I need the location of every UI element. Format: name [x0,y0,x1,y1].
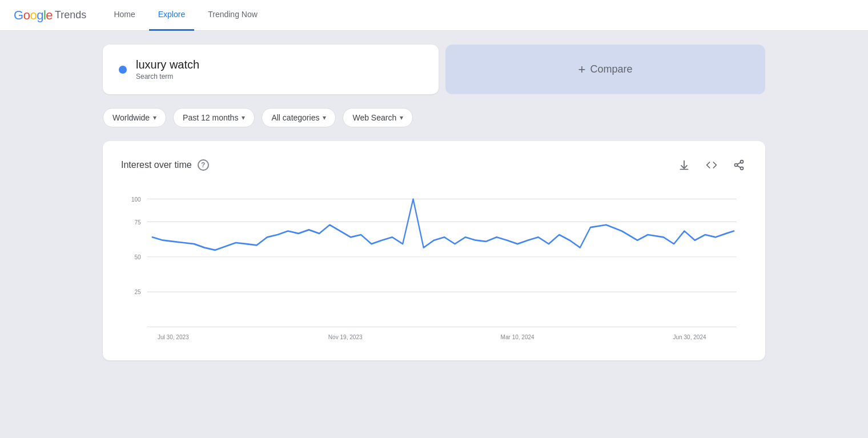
trend-line [152,199,734,250]
header: Google Trends Home Explore Trending Now [0,0,868,31]
filter-period[interactable]: Past 12 months ▾ [173,108,255,127]
search-box: luxury watch Search term [103,45,439,94]
logo-google-text: Google [14,8,53,23]
logo-trends-text: Trends [55,9,86,21]
y-label-75: 75 [135,218,141,226]
nav-item-trending-now[interactable]: Trending Now [199,0,267,31]
chevron-down-icon: ▾ [153,114,156,122]
filter-search-type-label: Web Search [352,113,396,122]
y-label-50: 50 [135,253,141,260]
filters-bar: Worldwide ▾ Past 12 months ▾ All categor… [103,103,765,132]
chart-header: Interest over time ? [121,157,747,173]
compare-label: Compare [590,63,632,75]
search-text-block: luxury watch Search term [136,58,199,81]
chart-title: Interest over time [121,160,192,170]
search-type: Search term [136,73,199,81]
filter-search-type[interactable]: Web Search ▾ [343,108,413,127]
chevron-down-icon: ▾ [400,114,403,122]
chart-card: Interest over time ? [103,141,765,360]
filter-location[interactable]: Worldwide ▾ [103,108,166,127]
filter-period-label: Past 12 months [183,113,238,122]
svg-line-4 [737,166,741,167]
chart-title-area: Interest over time ? [121,159,209,171]
help-icon[interactable]: ? [198,159,209,171]
y-label-100: 100 [131,195,141,203]
chart-actions [676,157,747,173]
main-nav: Home Explore Trending Now [105,0,266,30]
x-label-mar: Mar 10, 2024 [501,333,535,340]
nav-item-explore[interactable]: Explore [149,0,194,31]
embed-button[interactable] [704,157,720,173]
compare-plus-icon: + [578,62,586,77]
chevron-down-icon: ▾ [242,114,245,122]
chevron-down-icon: ▾ [323,114,326,122]
compare-box[interactable]: + Compare [445,45,765,94]
filter-location-label: Worldwide [112,113,150,122]
filter-category[interactable]: All categories ▾ [262,108,336,127]
nav-item-home[interactable]: Home [105,0,144,31]
logo: Google Trends [14,8,86,23]
y-label-25: 25 [135,288,141,296]
chart-container: 100 75 50 25 Jul 30, 2023 Nov 19, 2023 M… [121,187,747,347]
x-label-jun: Jun 30, 2024 [673,333,706,340]
svg-line-5 [737,162,741,164]
x-label-nov: Nov 19, 2023 [328,333,363,340]
chart-svg: 100 75 50 25 Jul 30, 2023 Nov 19, 2023 M… [121,187,747,347]
search-dot [119,66,127,74]
filter-category-label: All categories [271,113,319,122]
x-label-jul: Jul 30, 2023 [158,333,189,340]
download-button[interactable] [676,157,692,173]
search-term: luxury watch [136,58,199,71]
download-icon [678,159,690,171]
main-content: luxury watch Search term + Compare World… [0,31,868,374]
share-button[interactable] [731,157,747,173]
embed-icon [706,159,717,171]
search-area: luxury watch Search term + Compare [103,45,765,94]
share-icon [733,159,745,171]
